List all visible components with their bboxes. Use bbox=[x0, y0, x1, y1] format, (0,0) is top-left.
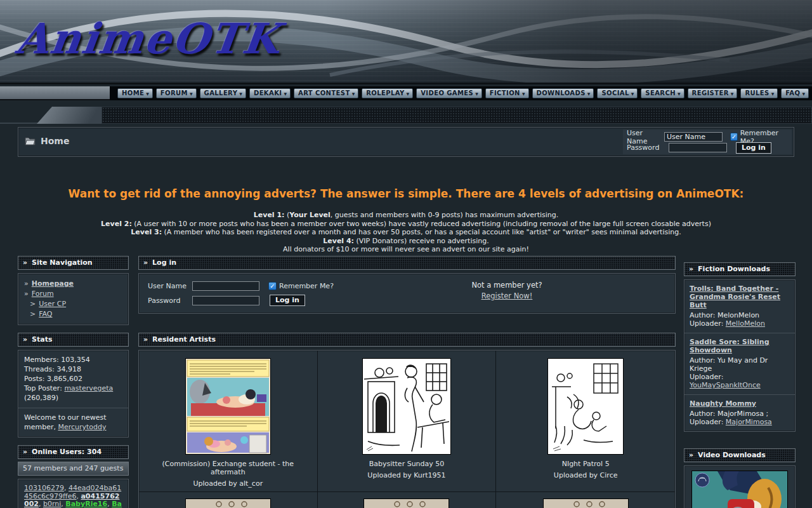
nav-button-label: GALLERY bbox=[204, 90, 238, 97]
panel-remember-label: Remember Me? bbox=[279, 282, 334, 290]
header-username-label: User Name bbox=[627, 129, 660, 145]
artwork-thumbnail[interactable] bbox=[185, 358, 271, 455]
sidebar-link[interactable]: User CP bbox=[39, 300, 66, 308]
sidebar-link[interactable]: Homepage bbox=[32, 279, 74, 288]
artwork-thumbnail[interactable] bbox=[543, 498, 629, 508]
section-arrow-icon: » bbox=[689, 451, 693, 459]
artwork-cell: (Commission) Exchange student - the afte… bbox=[139, 351, 318, 491]
header-username-input[interactable] bbox=[664, 132, 723, 142]
header-remember-checkbox[interactable]: ✓ bbox=[730, 133, 738, 141]
nav-button-label: FICTION bbox=[490, 90, 520, 97]
left-sidebar: »Site Navigation »Homepage»Forum>User CP… bbox=[18, 256, 129, 508]
section-header-online-users: »Online Users: 304 bbox=[18, 445, 129, 459]
nav-button-label: HOME bbox=[122, 90, 144, 97]
artwork-uploader: Uploaded by alt_cor bbox=[144, 479, 312, 488]
fiction-title-link[interactable]: Trolls: Band Together - Grandma Rosie's … bbox=[690, 284, 790, 309]
login-panel: User Name ✓ Remember Me? Password Log in… bbox=[138, 273, 676, 314]
fiction-uploader-link[interactable]: MajorMimosa bbox=[726, 418, 772, 426]
artwork-uploader: Uploaded by Kurt1951 bbox=[323, 471, 491, 479]
right-sidebar: »Fiction Downloads Trolls: Band Together… bbox=[684, 262, 796, 508]
not-member-text: Not a member yet? bbox=[471, 281, 542, 290]
section-arrow-icon: » bbox=[143, 335, 148, 344]
nav-strip: HOME▼FORUM▼GALLERY▼DEKAKI▼ART CONTEST▼RO… bbox=[0, 86, 812, 100]
fiction-title-link[interactable]: Saddle Sore: Sibling Showdown bbox=[690, 338, 790, 354]
header-password-input[interactable] bbox=[669, 143, 727, 152]
nav-button-roleplay[interactable]: ROLEPLAY▼ bbox=[362, 88, 413, 98]
nav-button-art-contest[interactable]: ART CONTEST▼ bbox=[294, 88, 358, 98]
online-users-title: Online Users: 304 bbox=[32, 448, 102, 456]
online-user-link[interactable]: 103106279 bbox=[24, 484, 64, 492]
nav-button-gallery[interactable]: GALLERY▼ bbox=[200, 88, 246, 98]
home-folder-icon bbox=[25, 137, 36, 145]
advert-heading: Want to get rid of the annoying adverts?… bbox=[0, 187, 812, 200]
main-column: »Log in User Name ✓ Remember Me? Passwor… bbox=[138, 256, 676, 508]
bullet-arrow-icon: » bbox=[24, 279, 29, 288]
fiction-uploader-link[interactable]: MelloMelon bbox=[726, 319, 765, 328]
sidebar-item-forum: »Forum bbox=[24, 289, 122, 299]
sidebar-link[interactable]: FAQ bbox=[39, 310, 52, 318]
newest-member-link[interactable]: Mercurytoddy bbox=[58, 423, 106, 431]
nav-button-fiction[interactable]: FICTION▼ bbox=[485, 88, 529, 98]
dropdown-arrow-icon: ▼ bbox=[284, 91, 287, 97]
nav-button-label: DEKAKI bbox=[254, 90, 282, 97]
nav-button-social[interactable]: SOCIAL▼ bbox=[597, 88, 638, 98]
panel-username-input[interactable] bbox=[192, 281, 259, 291]
artwork-thumbnail[interactable] bbox=[547, 358, 624, 455]
stats-posts: Posts: 3,865,602 bbox=[24, 374, 122, 384]
decorative-stripe bbox=[102, 107, 812, 124]
bullet-arrow-icon: » bbox=[24, 290, 29, 298]
fiction-uploader: Uploader: MelloMelon bbox=[690, 319, 790, 328]
panel-remember-checkbox[interactable]: ✓ bbox=[268, 282, 277, 290]
panel-login-button[interactable]: Log in bbox=[270, 295, 305, 306]
header-login-form: User Name ✓ Remember Me? Password Log in bbox=[623, 130, 792, 154]
nav-button-home[interactable]: HOME▼ bbox=[117, 88, 153, 98]
dropdown-arrow-icon: ▼ bbox=[352, 91, 355, 97]
dropdown-arrow-icon: ▼ bbox=[771, 91, 775, 97]
panel-password-input[interactable] bbox=[192, 296, 259, 305]
dropdown-arrow-icon: ▼ bbox=[587, 91, 591, 97]
artwork-thumbnail[interactable] bbox=[185, 498, 271, 508]
header-login-button[interactable]: Log in bbox=[736, 142, 771, 154]
online-user-link[interactable]: b0rni bbox=[43, 500, 61, 508]
fiction-title-link[interactable]: Naughty Mommy bbox=[690, 399, 790, 408]
fiction-uploader-link[interactable]: YouMaySpankItOnce bbox=[690, 381, 761, 389]
nav-button-forum[interactable]: FORUM▼ bbox=[156, 88, 197, 98]
artwork-caption: NIght Patrol 5 bbox=[501, 460, 670, 468]
bullet-arrow-icon: > bbox=[30, 310, 36, 318]
nav-button-downloads[interactable]: DOWNLOADS▼ bbox=[532, 88, 594, 98]
dropdown-arrow-icon: ▼ bbox=[678, 91, 681, 97]
online-user-link[interactable]: BabyRie16 bbox=[65, 500, 107, 508]
nav-button-rules[interactable]: RULES▼ bbox=[740, 88, 778, 98]
fiction-author: Author: Yu May and Dr Kriege bbox=[690, 356, 790, 373]
nav-button-label: ART CONTEST bbox=[298, 90, 350, 97]
decorative-band bbox=[0, 107, 812, 126]
sidebar-item-user-cp: >User CP bbox=[24, 299, 122, 309]
nav-button-video-games[interactable]: VIDEO GAMES▼ bbox=[416, 88, 482, 98]
fiction-uploader: Uploader: MajorMimosa bbox=[690, 418, 790, 426]
section-arrow-icon: » bbox=[23, 335, 27, 344]
register-now-link[interactable]: Register Now! bbox=[481, 291, 533, 300]
nav-button-register[interactable]: REGISTER▼ bbox=[688, 88, 738, 98]
nav-button-search[interactable]: SEARCH▼ bbox=[641, 88, 684, 98]
top-poster-link[interactable]: mastervegeta bbox=[64, 384, 113, 392]
section-header-fiction-downloads: »Fiction Downloads bbox=[684, 262, 796, 276]
sidebar-link[interactable]: Forum bbox=[32, 290, 54, 298]
stats-box: Members: 103,354 Threads: 34,918 Posts: … bbox=[18, 350, 129, 438]
site-logo[interactable]: AnimeOTK bbox=[13, 14, 284, 64]
artwork-cell bbox=[496, 491, 675, 508]
artwork-thumbnail[interactable] bbox=[362, 358, 451, 455]
video-thumbnail[interactable] bbox=[691, 471, 788, 508]
artwork-thumbnail[interactable] bbox=[363, 498, 449, 508]
artwork-cell: NIght Patrol 5 Uploaded by Circe bbox=[496, 351, 675, 491]
dropdown-arrow-icon: ▼ bbox=[802, 91, 805, 97]
dropdown-arrow-icon: ▼ bbox=[407, 91, 410, 97]
nav-button-label: REGISTER bbox=[692, 90, 729, 97]
page: AnimeOTK HOME▼FORUM▼GALLERY▼DEKAKI▼ART C… bbox=[0, 0, 812, 508]
resident-artists-title: Resident Artists bbox=[152, 335, 216, 344]
dropdown-arrow-icon: ▼ bbox=[522, 91, 525, 97]
nav-button-faq[interactable]: FAQ▼ bbox=[781, 88, 809, 98]
fiction-item: Naughty MommyAuthor: MajorMimosa ;Upload… bbox=[684, 395, 795, 431]
fiction-downloads-title: Fiction Downloads bbox=[698, 265, 770, 273]
nav-button-dekaki[interactable]: DEKAKI▼ bbox=[249, 88, 291, 98]
advert-lines: Level 1: (Your Level, guests and members… bbox=[0, 211, 812, 254]
